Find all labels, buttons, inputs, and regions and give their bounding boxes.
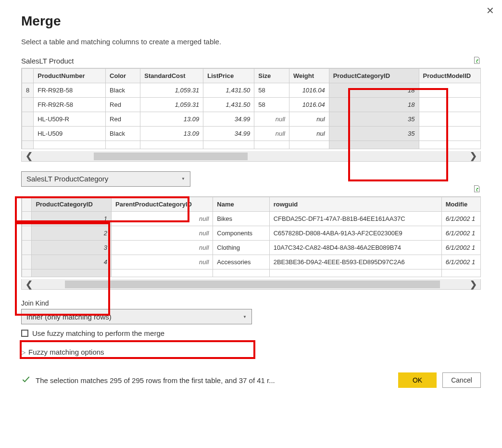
col-header-selected[interactable]: ProductCategoryID bbox=[329, 69, 419, 83]
table-row[interactable]: 2 null Components C657828D-D808-4ABA-91A… bbox=[22, 226, 481, 240]
col-header[interactable]: ListPrice bbox=[203, 69, 254, 83]
col-header[interactable]: Modifie bbox=[441, 197, 480, 211]
col-header[interactable]: rowguid bbox=[269, 197, 441, 211]
chevron-right-icon: ▷ bbox=[21, 349, 25, 356]
refresh-icon[interactable] bbox=[472, 56, 481, 65]
col-header[interactable]: ProductNumber bbox=[34, 69, 106, 83]
join-kind-value: Inner (only matching rows) bbox=[26, 313, 112, 321]
join-kind-label: Join Kind bbox=[21, 299, 481, 307]
refresh-icon[interactable] bbox=[472, 185, 481, 193]
table1-name: SalesLT Product bbox=[21, 57, 74, 65]
col-header[interactable]: StandardCost bbox=[140, 69, 203, 83]
col-header[interactable]: Weight bbox=[289, 69, 329, 83]
status-text: The selection matches 295 of 295 rows fr… bbox=[36, 376, 275, 384]
fuzzy-matching-checkbox[interactable] bbox=[21, 330, 28, 337]
close-icon[interactable]: ✕ bbox=[486, 5, 494, 16]
table2-select-value: SalesLT ProductCategory bbox=[26, 175, 108, 183]
table2-grid[interactable]: ProductCategoryID ParentProductCategoryI… bbox=[21, 196, 481, 278]
chevron-down-icon: ▼ bbox=[243, 315, 247, 319]
col-header[interactable] bbox=[22, 197, 32, 211]
table-row[interactable]: 8 FR-R92B-58 Black 1,059.31 1,431.50 58 … bbox=[22, 83, 481, 98]
col-header-selected[interactable]: ProductCategoryID bbox=[32, 197, 112, 211]
fuzzy-options-expander[interactable]: ▷ Fuzzy matching options bbox=[21, 348, 481, 356]
join-kind-select[interactable]: Inner (only matching rows) ▼ bbox=[21, 309, 252, 324]
dialog-subtitle: Select a table and matching columns to c… bbox=[21, 38, 481, 46]
dialog-title: Merge bbox=[21, 13, 481, 29]
col-header[interactable]: Size bbox=[254, 69, 289, 83]
col-header[interactable]: ParentProductCategoryID bbox=[112, 197, 213, 211]
checkmark-icon bbox=[21, 375, 31, 386]
table-row[interactable]: HL-U509 Black 13.09 34.99 null nul 35 bbox=[22, 127, 481, 141]
table-row[interactable]: HL-U509-R Red 13.09 34.99 null nul 35 bbox=[22, 112, 481, 127]
fuzzy-options-label: Fuzzy matching options bbox=[28, 348, 104, 356]
table2-select[interactable]: SalesLT ProductCategory ▼ bbox=[21, 171, 190, 187]
scroll-left-icon[interactable]: ❮ bbox=[22, 151, 36, 161]
col-header[interactable]: Name bbox=[213, 197, 269, 211]
col-header[interactable]: ProductModelID bbox=[419, 69, 480, 83]
table1-hscrollbar[interactable]: ❮ ❯ bbox=[21, 151, 481, 162]
ok-button[interactable]: OK bbox=[398, 372, 437, 388]
cancel-button[interactable]: Cancel bbox=[442, 372, 481, 388]
scroll-thumb[interactable] bbox=[65, 281, 440, 288]
table-row[interactable]: 1 null Bikes CFBDA25C-DF71-47A7-B81B-64E… bbox=[22, 211, 481, 226]
table-row[interactable]: 4 null Accessories 2BE3BE36-D9A2-4EEE-B5… bbox=[22, 255, 481, 269]
col-header[interactable]: Color bbox=[106, 69, 140, 83]
table-row bbox=[22, 141, 481, 149]
col-header[interactable] bbox=[22, 69, 34, 83]
scroll-thumb[interactable] bbox=[94, 153, 248, 160]
scroll-left-icon[interactable]: ❮ bbox=[22, 279, 36, 290]
table-row bbox=[22, 269, 481, 277]
table2-hscrollbar[interactable]: ❮ ❯ bbox=[21, 279, 481, 290]
scroll-right-icon[interactable]: ❯ bbox=[466, 279, 480, 290]
chevron-down-icon: ▼ bbox=[181, 177, 185, 181]
fuzzy-matching-label: Use fuzzy matching to perform the merge bbox=[32, 329, 164, 337]
table-row[interactable]: 3 null Clothing 10A7C342-CA82-48D4-8A38-… bbox=[22, 240, 481, 255]
table-row[interactable]: FR-R92R-58 Red 1,059.31 1,431.50 58 1016… bbox=[22, 98, 481, 112]
scroll-right-icon[interactable]: ❯ bbox=[466, 151, 480, 161]
table1-grid[interactable]: ProductNumber Color StandardCost ListPri… bbox=[21, 68, 481, 149]
